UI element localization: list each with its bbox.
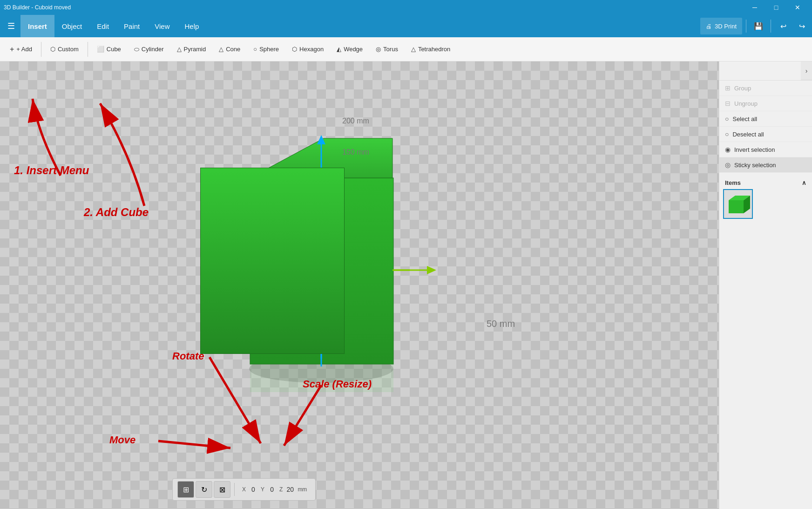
menu-edit[interactable]: Edit	[89, 15, 116, 37]
minimize-button[interactable]: ─	[744, 0, 765, 15]
hexagon-button[interactable]: ⬡ Hexagon	[286, 41, 330, 58]
scale-icon: ⊠	[219, 485, 225, 494]
undo-button[interactable]: ↩	[775, 18, 792, 34]
close-button[interactable]: ✕	[787, 0, 808, 15]
cylinder-icon: ⬭	[134, 46, 139, 53]
tetrahedron-button[interactable]: △ Tetrahedron	[405, 41, 456, 58]
svg-text:200 mm: 200 mm	[342, 117, 369, 125]
cube-icon: ⬜	[97, 46, 104, 53]
menu-insert[interactable]: Insert	[20, 15, 54, 37]
maximize-button[interactable]: □	[765, 0, 787, 15]
main-area: 200 mm 150 mm 50 mm 1. Insert Menu 2. Ad…	[0, 61, 812, 509]
add-icon: +	[10, 45, 14, 54]
torus-button[interactable]: ◎ Torus	[370, 41, 404, 58]
svg-text:150 mm: 150 mm	[342, 148, 369, 156]
item-thumbnail-cube[interactable]	[723, 189, 753, 219]
cone-icon: △	[219, 46, 223, 53]
toolbar: + + Add ⬡ Custom ⬜ Cube ⬭ Cylinder △ Pyr…	[0, 37, 812, 61]
pyramid-button[interactable]: △ Pyramid	[171, 41, 212, 58]
toolbar-divider	[41, 42, 41, 57]
pyramid-icon: △	[177, 46, 182, 53]
cube-button[interactable]: ⬜ Cube	[91, 41, 127, 58]
tetrahedron-icon: △	[411, 46, 416, 53]
rotate-icon: ↻	[201, 485, 207, 494]
menubar: ☰ Insert Object Edit Paint View Help 🖨 3…	[0, 15, 812, 37]
titlebar: 3D Builder - Cuboid moved ─ □ ✕	[0, 0, 812, 15]
panel-toggle[interactable]: ›	[801, 61, 812, 80]
annotation-scale: Scale (Resize)	[303, 378, 372, 390]
annotation-rotate: Rotate	[172, 350, 204, 362]
3d-print-icon: 🖨	[706, 23, 712, 30]
menubar-right: 🖨 3D Print 💾 ↩ ↪	[700, 18, 810, 34]
svg-marker-10	[427, 266, 436, 274]
scene-svg: 200 mm 150 mm 50 mm	[0, 61, 719, 509]
ungroup-icon: ⊟	[725, 100, 731, 107]
titlebar-title: 3D Builder - Cuboid moved	[4, 4, 71, 11]
cone-button[interactable]: △ Cone	[213, 41, 246, 58]
save-button[interactable]: 💾	[750, 18, 767, 34]
wedge-icon: ◭	[337, 46, 341, 53]
svg-text:50 mm: 50 mm	[487, 319, 515, 329]
svg-rect-16	[729, 200, 744, 213]
titlebar-controls: ─ □ ✕	[744, 0, 808, 15]
ungroup-action: ⊟ Ungroup	[719, 96, 812, 111]
sphere-button[interactable]: ○ Sphere	[247, 41, 285, 58]
rotate-tool-button[interactable]: ↻	[196, 481, 212, 498]
divider	[746, 20, 746, 33]
items-header: Items ∧	[723, 176, 808, 189]
toolbar-divider2	[88, 42, 88, 57]
annotation-add-cube: 2. Add Cube	[84, 206, 149, 219]
cube-3d[interactable]	[200, 127, 345, 364]
select-all-icon: ○	[725, 115, 729, 122]
sticky-selection-action[interactable]: ◎ Sticky selection	[719, 157, 812, 173]
invert-selection-icon: ◉	[725, 146, 731, 153]
group-icon: ⊞	[725, 84, 731, 92]
right-panel: › ⊞ Group ⊟ Ungroup ○ Select all ○ Desel…	[719, 61, 812, 509]
collapse-icon[interactable]: ∧	[802, 179, 806, 186]
toolbar-sep	[234, 483, 235, 496]
deselect-all-action[interactable]: ○ Deselect all	[719, 127, 812, 142]
viewport[interactable]: 200 mm 150 mm 50 mm 1. Insert Menu 2. Ad…	[0, 61, 719, 509]
hamburger-menu[interactable]: ☰	[2, 15, 20, 37]
menu-paint[interactable]: Paint	[116, 15, 147, 37]
sphere-icon: ○	[253, 46, 257, 53]
custom-button[interactable]: ⬡ Custom	[44, 41, 85, 58]
3d-print-button[interactable]: 🖨 3D Print	[700, 18, 742, 34]
cube-thumbnail-svg	[725, 191, 751, 217]
menu-object[interactable]: Object	[54, 15, 89, 37]
wedge-button[interactable]: ◭ Wedge	[331, 41, 369, 58]
coordinates: X 0 Y 0 Z 20 mm	[238, 486, 311, 493]
divider2	[771, 20, 771, 33]
add-button[interactable]: + + Add	[4, 41, 38, 58]
move-icon: ⊞	[183, 485, 189, 494]
torus-icon: ◎	[376, 46, 381, 53]
move-tool-button[interactable]: ⊞	[177, 481, 194, 498]
group-action: ⊞ Group	[719, 81, 812, 96]
annotation-move: Move	[109, 434, 135, 446]
select-all-action[interactable]: ○ Select all	[719, 111, 812, 127]
custom-icon: ⬡	[50, 46, 55, 53]
redo-button[interactable]: ↪	[793, 18, 810, 34]
sticky-selection-icon: ◎	[725, 161, 731, 169]
bottom-toolbar: ⊞ ↻ ⊠ X 0 Y 0 Z 20 mm	[172, 478, 316, 501]
deselect-all-icon: ○	[725, 130, 729, 138]
items-section: Items ∧	[719, 173, 812, 223]
scale-tool-button[interactable]: ⊠	[214, 481, 230, 498]
cylinder-button[interactable]: ⬭ Cylinder	[128, 41, 170, 58]
menu-view[interactable]: View	[147, 15, 177, 37]
hexagon-icon: ⬡	[292, 46, 297, 53]
invert-selection-action[interactable]: ◉ Invert selection	[719, 142, 812, 157]
menu-help[interactable]: Help	[177, 15, 207, 37]
annotation-insert-menu: 1. Insert Menu	[14, 164, 89, 177]
